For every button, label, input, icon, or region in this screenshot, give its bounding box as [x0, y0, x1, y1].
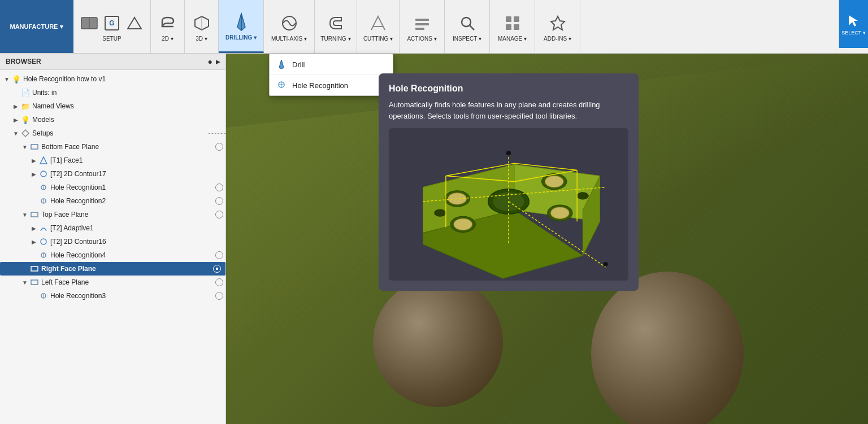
cutting-section[interactable]: CUTTING ▾: [357, 0, 400, 53]
addins-section[interactable]: ADD-INS ▾: [535, 0, 580, 53]
addins-label: ADD-INS ▾: [544, 36, 571, 42]
tree-icon-top-face: [29, 209, 40, 220]
cutting-label: CUTTING ▾: [363, 36, 393, 42]
browser-tree: ▼ 💡 Hole Recognition how to v1 ▶ 📄 Units…: [0, 70, 225, 424]
svg-point-9: [462, 18, 471, 27]
browser-title: BROWSER: [6, 58, 41, 65]
tree-arrow-t1-face1: ▶: [29, 156, 38, 165]
tree-icon-hole-recog1: [38, 182, 49, 193]
setup-label: SETUP: [102, 36, 121, 42]
tree-icon-models: 💡: [20, 115, 31, 125]
turning-label: TURNING ▾: [320, 36, 350, 42]
tree-item-t2-contour16[interactable]: ▶ [T2] 2D Contour16: [0, 235, 225, 248]
tree-item-hole-recog1[interactable]: ▶ Hole Recognition1: [0, 181, 225, 194]
tree-icon-left-face: [29, 277, 40, 287]
tree-icon-hole-recog3: [38, 291, 49, 301]
multiaxis-label: MULTI-AXIS ▾: [271, 36, 307, 42]
tree-arrow-setups: ▼: [11, 129, 20, 138]
2d-arrow: ▾: [171, 36, 173, 42]
tree-item-t2-adaptive1[interactable]: ▶ [T2] Adaptive1: [0, 221, 225, 235]
tree-item-t1-face1[interactable]: ▶ [T1] Face1: [0, 154, 225, 167]
browser-panel: BROWSER ● ▸ ▼ 💡 Hole Recognition how to …: [0, 54, 226, 424]
tree-arrow-left-face: ▼: [20, 278, 29, 287]
setup-icon2: G: [101, 12, 123, 34]
tree-arrow-namedviews: ▶: [11, 102, 20, 111]
tooltip-image: [389, 128, 628, 281]
select-section[interactable]: SELECT ▾: [839, 0, 868, 48]
3d-icon: [190, 12, 213, 34]
drilling-section[interactable]: DRILLING ▾: [219, 0, 264, 53]
tree-item-root[interactable]: ▼ 💡 Hole Recognition how to v1: [0, 72, 225, 86]
drilling-menu-hole-recognition[interactable]: Hole Recognition ⋮: [270, 75, 393, 95]
svg-rect-13: [506, 24, 511, 30]
hole-recognition-icon: [276, 80, 288, 91]
browser-pin-icon[interactable]: ●: [208, 57, 212, 66]
tree-item-left-face[interactable]: ▼ Left Face Plane: [0, 276, 225, 289]
manage-icon: [501, 12, 524, 34]
svg-rect-14: [514, 24, 519, 30]
multiaxis-section[interactable]: MULTI-AXIS ▾: [264, 0, 315, 53]
manage-section[interactable]: MANAGE ▾: [490, 0, 535, 53]
tree-item-hole-recog4[interactable]: ▶ Hole Recognition4: [0, 248, 225, 262]
manage-label: MANAGE ▾: [498, 36, 527, 42]
svg-point-50: [604, 262, 608, 266]
tree-label-left-face: Left Face Plane: [41, 278, 215, 286]
2d-section[interactable]: 2D ▾: [151, 0, 185, 53]
tree-item-namedviews[interactable]: ▶ 📁 Named Views: [0, 99, 225, 113]
svg-rect-7: [415, 23, 429, 25]
3d-label: 3D ▾: [196, 36, 207, 42]
tree-item-right-face[interactable]: ▶ Right Face Plane: [0, 262, 225, 276]
tree-icon-right-face: [29, 264, 40, 274]
inspect-icon: [456, 12, 479, 34]
tree-item-models[interactable]: ▶ 💡 Models: [0, 113, 225, 126]
cutting-icon: [367, 12, 389, 34]
tooltip-title: Hole Recognition: [389, 84, 628, 94]
tree-item-top-face[interactable]: ▼ Top Face Plane: [0, 208, 225, 221]
manufacture-arrow: ▾: [60, 23, 63, 30]
browser-header: BROWSER ● ▸: [0, 54, 225, 70]
svg-rect-11: [506, 16, 511, 22]
tree-label-hole-recog2: Hole Recognition2: [50, 197, 215, 205]
tree-label-root: Hole Recognition how to v1: [23, 75, 225, 83]
tree-label-t1-face1: [T1] Face1: [50, 156, 225, 164]
setup-icons: G: [78, 12, 146, 34]
tree-item-hole-recog2[interactable]: ▶ Hole Recognition2: [0, 194, 225, 208]
turning-section[interactable]: TURNING ▾: [315, 0, 357, 53]
tree-item-hole-recog3[interactable]: ▶ Hole Recognition3: [0, 289, 225, 303]
tree-circle-hole-recog2: [215, 197, 223, 205]
tree-icon-hole-recog2: [38, 196, 49, 206]
2d-icon: [157, 12, 179, 34]
tree-arrow-t2-contour16: ▶: [29, 237, 38, 246]
tree-item-t2-contour17[interactable]: ▶ [T2] 2D Contour17: [0, 167, 225, 181]
drill-icon: [276, 59, 288, 70]
tree-label-namedviews: Named Views: [32, 102, 225, 110]
tree-arrow-root: ▼: [2, 75, 11, 84]
tree-arrow-top-face: ▼: [20, 210, 29, 219]
tree-icon-t2-contour16: [38, 237, 49, 247]
setup-section[interactable]: G SETUP: [73, 0, 151, 53]
inspect-section[interactable]: INSPECT ▾: [445, 0, 490, 53]
tree-circle-right-face: [213, 265, 221, 273]
tree-label-setups: Setups: [32, 129, 209, 137]
actions-section[interactable]: ACTIONS ▾: [400, 0, 445, 53]
turning-icon: [324, 12, 347, 34]
tree-label-t2-adaptive1: [T2] Adaptive1: [50, 224, 225, 232]
tree-item-units[interactable]: ▶ 📄 Units: in: [0, 86, 225, 99]
svg-rect-6: [415, 19, 429, 21]
tree-label-models: Models: [32, 116, 225, 124]
tree-circle-bottom-face: [215, 143, 223, 151]
browser-expand-icon[interactable]: ▸: [216, 57, 220, 66]
svg-rect-12: [514, 16, 519, 22]
tooltip-description: Automatically finds hole features in any…: [389, 99, 628, 121]
3d-section[interactable]: 3D ▾: [185, 0, 219, 53]
manufacture-menu[interactable]: MANUFACTURE ▾: [0, 0, 73, 53]
tree-item-bottom-face[interactable]: ▼ Bottom Face Plane: [0, 140, 225, 154]
drilling-menu-drill[interactable]: Drill: [270, 54, 393, 75]
tree-item-setups[interactable]: ▼ Setups: [0, 126, 225, 140]
inspect-label: INSPECT ▾: [453, 36, 481, 42]
drilling-dropdown: Drill Hole Recognition ⋮: [269, 54, 393, 96]
drill-label: Drill: [292, 60, 305, 69]
tooltip-part-svg: [389, 128, 628, 281]
multiaxis-icon: [278, 12, 301, 34]
tree-icon-t1-face1: [38, 155, 49, 165]
